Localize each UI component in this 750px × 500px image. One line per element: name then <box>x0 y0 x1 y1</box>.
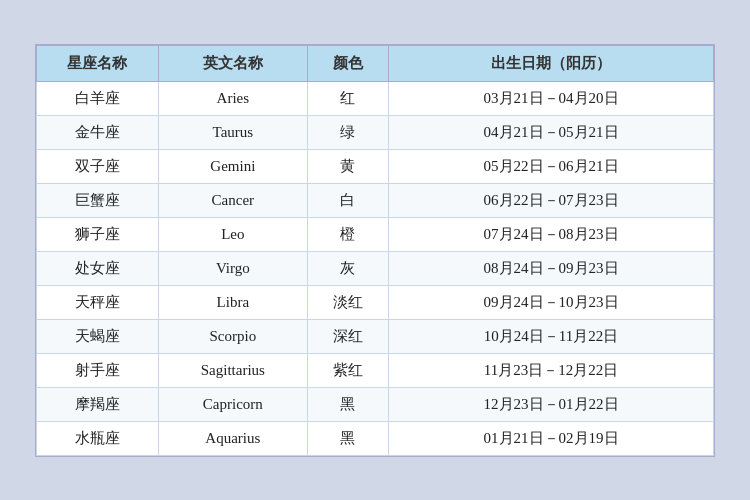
cell-chinese: 白羊座 <box>37 81 159 115</box>
cell-chinese: 金牛座 <box>37 115 159 149</box>
table-row: 水瓶座Aquarius黑01月21日－02月19日 <box>37 421 714 455</box>
table-row: 天秤座Libra淡红09月24日－10月23日 <box>37 285 714 319</box>
cell-english: Libra <box>158 285 307 319</box>
cell-chinese: 摩羯座 <box>37 387 159 421</box>
cell-color: 黑 <box>307 421 388 455</box>
zodiac-table: 星座名称 英文名称 颜色 出生日期（阳历） 白羊座Aries红03月21日－04… <box>36 45 714 456</box>
table-row: 金牛座Taurus绿04月21日－05月21日 <box>37 115 714 149</box>
cell-color: 绿 <box>307 115 388 149</box>
cell-date: 07月24日－08月23日 <box>389 217 714 251</box>
cell-date: 11月23日－12月22日 <box>389 353 714 387</box>
cell-color: 深红 <box>307 319 388 353</box>
table-row: 处女座Virgo灰08月24日－09月23日 <box>37 251 714 285</box>
cell-english: Aries <box>158 81 307 115</box>
cell-chinese: 天秤座 <box>37 285 159 319</box>
cell-chinese: 狮子座 <box>37 217 159 251</box>
cell-chinese: 水瓶座 <box>37 421 159 455</box>
cell-color: 红 <box>307 81 388 115</box>
table-row: 双子座Gemini黄05月22日－06月21日 <box>37 149 714 183</box>
cell-chinese: 天蝎座 <box>37 319 159 353</box>
cell-color: 白 <box>307 183 388 217</box>
cell-chinese: 射手座 <box>37 353 159 387</box>
cell-color: 黄 <box>307 149 388 183</box>
cell-english: Gemini <box>158 149 307 183</box>
header-color: 颜色 <box>307 45 388 81</box>
header-date: 出生日期（阳历） <box>389 45 714 81</box>
cell-english: Aquarius <box>158 421 307 455</box>
cell-date: 12月23日－01月22日 <box>389 387 714 421</box>
table-row: 摩羯座Capricorn黑12月23日－01月22日 <box>37 387 714 421</box>
header-english: 英文名称 <box>158 45 307 81</box>
cell-english: Taurus <box>158 115 307 149</box>
table-row: 射手座Sagittarius紫红11月23日－12月22日 <box>37 353 714 387</box>
header-chinese: 星座名称 <box>37 45 159 81</box>
cell-date: 06月22日－07月23日 <box>389 183 714 217</box>
cell-date: 09月24日－10月23日 <box>389 285 714 319</box>
table-row: 天蝎座Scorpio深红10月24日－11月22日 <box>37 319 714 353</box>
cell-color: 紫红 <box>307 353 388 387</box>
cell-date: 08月24日－09月23日 <box>389 251 714 285</box>
table-row: 狮子座Leo橙07月24日－08月23日 <box>37 217 714 251</box>
table-header-row: 星座名称 英文名称 颜色 出生日期（阳历） <box>37 45 714 81</box>
cell-chinese: 巨蟹座 <box>37 183 159 217</box>
cell-english: Virgo <box>158 251 307 285</box>
cell-color: 黑 <box>307 387 388 421</box>
cell-chinese: 双子座 <box>37 149 159 183</box>
cell-color: 灰 <box>307 251 388 285</box>
zodiac-table-container: 星座名称 英文名称 颜色 出生日期（阳历） 白羊座Aries红03月21日－04… <box>35 44 715 457</box>
cell-english: Scorpio <box>158 319 307 353</box>
table-row: 巨蟹座Cancer白06月22日－07月23日 <box>37 183 714 217</box>
cell-chinese: 处女座 <box>37 251 159 285</box>
cell-date: 05月22日－06月21日 <box>389 149 714 183</box>
cell-date: 03月21日－04月20日 <box>389 81 714 115</box>
cell-english: Cancer <box>158 183 307 217</box>
cell-date: 10月24日－11月22日 <box>389 319 714 353</box>
table-row: 白羊座Aries红03月21日－04月20日 <box>37 81 714 115</box>
cell-color: 淡红 <box>307 285 388 319</box>
cell-english: Leo <box>158 217 307 251</box>
cell-date: 04月21日－05月21日 <box>389 115 714 149</box>
cell-english: Sagittarius <box>158 353 307 387</box>
cell-date: 01月21日－02月19日 <box>389 421 714 455</box>
cell-color: 橙 <box>307 217 388 251</box>
cell-english: Capricorn <box>158 387 307 421</box>
